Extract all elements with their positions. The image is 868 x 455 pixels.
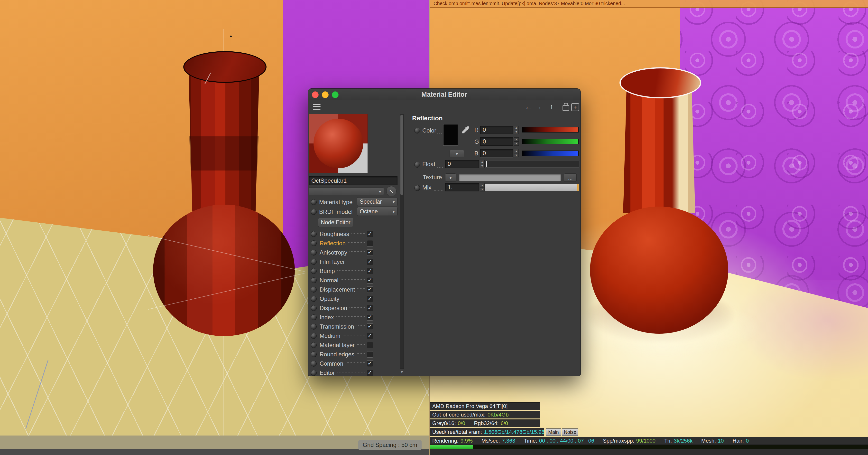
float-radio[interactable] [414, 162, 420, 168]
channel-row[interactable]: Medium [308, 331, 373, 341]
back-icon[interactable]: ← [525, 101, 532, 112]
rendered-vase-rim [619, 67, 701, 98]
float-value-input[interactable]: 0 [445, 160, 479, 168]
channel-radio[interactable] [311, 296, 317, 302]
brdf-radio[interactable] [311, 209, 317, 215]
mix-stepper[interactable]: ▲▼ [480, 183, 485, 192]
channel-checkbox[interactable] [367, 361, 373, 367]
channel-checkbox[interactable] [367, 286, 373, 293]
channel-checkbox[interactable] [367, 305, 373, 311]
channel-checkbox[interactable] [367, 249, 373, 256]
texture-type-dropdown[interactable]: ▾ [445, 173, 456, 182]
color-swatch[interactable] [443, 124, 458, 146]
b-stepper[interactable]: ▲▼ [514, 149, 519, 158]
channel-radio[interactable] [311, 231, 317, 237]
texture-path-input[interactable] [459, 174, 561, 182]
float-stepper[interactable]: ▲▼ [480, 160, 485, 168]
brdf-dropdown[interactable]: Octane ▾ [357, 207, 398, 216]
channel-radio[interactable] [311, 351, 317, 357]
node-picker-button[interactable]: ↖ [386, 186, 397, 196]
channel-row[interactable]: Reflection [308, 239, 373, 248]
green-gradient-bar[interactable] [522, 139, 579, 144]
close-button[interactable] [312, 91, 319, 98]
window-titlebar[interactable]: Material Editor [308, 89, 581, 101]
channel-checkbox[interactable] [367, 351, 373, 358]
mix-radio[interactable] [414, 185, 420, 191]
menu-icon[interactable] [313, 104, 320, 110]
channel-radio[interactable] [311, 259, 317, 265]
channel-checkbox[interactable] [367, 314, 373, 320]
channel-checkbox[interactable] [367, 342, 373, 348]
channel-checkbox[interactable] [367, 296, 373, 302]
channel-row[interactable]: Material layer [308, 341, 373, 350]
channel-radio[interactable] [311, 342, 317, 348]
channel-row[interactable]: Common [308, 359, 373, 368]
channel-row[interactable]: Normal [308, 276, 373, 285]
channel-row[interactable]: Bump [308, 266, 373, 276]
channel-radio[interactable] [311, 370, 317, 376]
zoom-button[interactable] [332, 91, 339, 98]
panel-scrollbar[interactable] [400, 114, 404, 369]
g-value-input[interactable]: 0 [480, 137, 513, 146]
minimize-button[interactable] [322, 91, 329, 98]
r-value-input[interactable]: 0 [480, 126, 513, 134]
b-value-input[interactable]: 0 [480, 149, 513, 158]
material-name-input[interactable]: OctSpecular1 [309, 176, 398, 185]
channel-checkbox[interactable] [367, 333, 373, 339]
up-icon[interactable]: ↑ [550, 101, 553, 112]
channel-row[interactable]: Transmission [308, 322, 373, 331]
noise-pass-button[interactable]: Noise [562, 428, 578, 436]
channel-radio[interactable] [311, 361, 317, 367]
mix-value-input[interactable]: 1. [445, 183, 479, 192]
red-gradient-bar[interactable] [522, 127, 579, 133]
channel-radio[interactable] [311, 250, 317, 256]
slider-cursor[interactable] [486, 161, 487, 167]
channel-row[interactable]: Editor [308, 368, 373, 376]
channel-row[interactable]: Opacity [308, 294, 373, 304]
channel-row[interactable]: Roughness [308, 229, 373, 239]
grey-label: Grey8/16: [432, 420, 456, 427]
mix-slider[interactable] [485, 184, 579, 191]
material-preview[interactable] [309, 114, 368, 173]
node-editor-button[interactable]: Node Editor [318, 218, 353, 227]
channel-row[interactable]: Dispersion [308, 304, 373, 313]
main-pass-button[interactable]: Main [546, 428, 561, 436]
channel-radio[interactable] [311, 287, 317, 292]
add-material-icon[interactable]: + [571, 103, 579, 111]
material-type-radio[interactable] [311, 199, 317, 205]
lock-icon[interactable] [562, 105, 569, 111]
material-type-dropdown[interactable]: Specular ▾ [357, 197, 398, 206]
channel-checkbox[interactable] [367, 323, 373, 330]
g-stepper[interactable]: ▲▼ [514, 137, 519, 146]
float-slider[interactable] [485, 160, 579, 168]
channel-radio[interactable] [311, 333, 317, 339]
channel-radio[interactable] [311, 240, 317, 246]
channel-radio[interactable] [311, 324, 317, 330]
channel-radio[interactable] [311, 278, 317, 283]
texture-browse-button[interactable]: ... [564, 173, 577, 182]
channel-row[interactable]: Film layer [308, 257, 373, 266]
channel-radio[interactable] [311, 268, 317, 274]
color-mode-dropdown[interactable]: ▾ [450, 150, 464, 158]
scrollbar-thumb[interactable] [400, 115, 403, 195]
channel-checkbox[interactable] [367, 268, 373, 274]
channel-checkbox[interactable] [367, 231, 373, 237]
scroll-down-icon[interactable]: ▾ [400, 369, 404, 375]
blue-gradient-bar[interactable] [522, 150, 579, 156]
slider-cursor[interactable] [577, 184, 579, 191]
channel-radio[interactable] [311, 314, 317, 320]
channel-row[interactable]: Index [308, 313, 373, 322]
channel-checkbox[interactable] [367, 370, 373, 376]
channel-checkbox[interactable] [367, 259, 373, 265]
channel-radio[interactable] [311, 305, 317, 311]
channel-checkbox[interactable] [367, 240, 373, 247]
r-stepper[interactable]: ▲▼ [514, 126, 519, 134]
preset-dropdown[interactable]: ▾ [309, 188, 384, 195]
channel-row[interactable]: Anisotropy [308, 248, 373, 257]
channel-row[interactable]: Displacement [308, 285, 373, 294]
channel-checkbox[interactable] [367, 277, 373, 284]
render-status-topbar: Check.omp.omit:.mes.len:omit. Update[pk]… [430, 0, 868, 8]
eyedropper-icon[interactable] [460, 125, 470, 135]
color-radio[interactable] [414, 127, 420, 134]
channel-row[interactable]: Round edges [308, 350, 373, 359]
